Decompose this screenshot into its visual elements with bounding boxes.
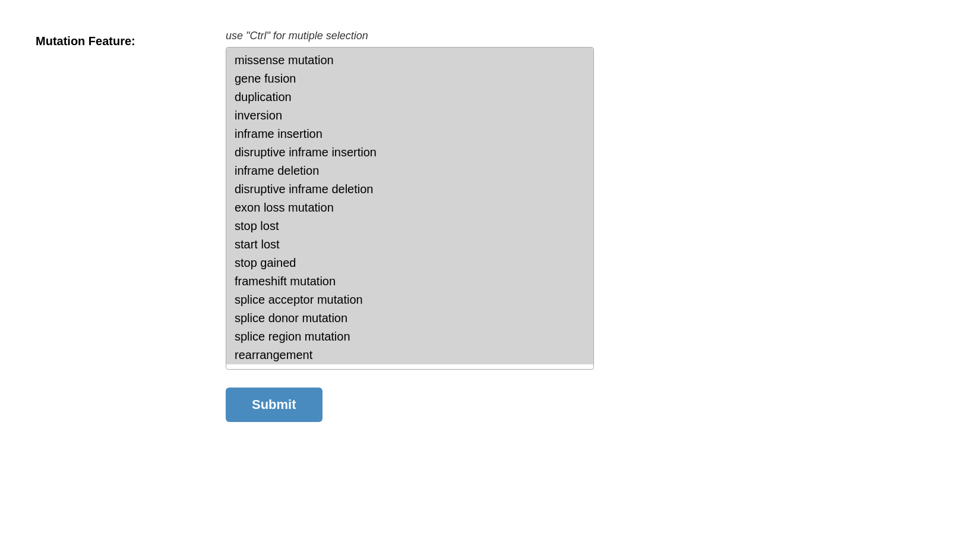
mutation-feature-row: Mutation Feature: use "Ctrl" for mutiple… [36,30,944,370]
submit-row: Submit [36,388,944,422]
listbox-wrapper: missense mutationgene fusionduplicationi… [226,47,594,370]
mutation-feature-listbox[interactable]: missense mutationgene fusionduplicationi… [226,48,593,369]
submit-button[interactable]: Submit [226,388,323,422]
multi-select-hint: use "Ctrl" for mutiple selection [226,30,944,42]
mutation-feature-label-col: Mutation Feature: [36,30,226,48]
mutation-feature-control-col: use "Ctrl" for mutiple selection missens… [226,30,944,370]
mutation-feature-label: Mutation Feature: [36,34,135,48]
